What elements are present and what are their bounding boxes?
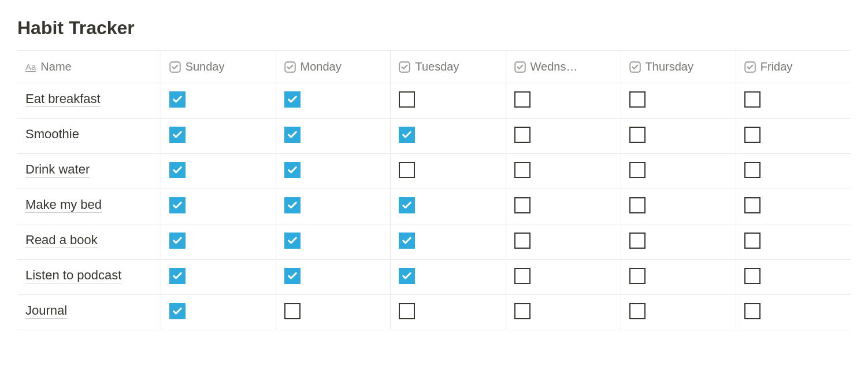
habit-name[interactable]: Drink water	[25, 162, 90, 178]
checkbox-cell	[621, 224, 736, 260]
checkbox-unchecked[interactable]	[629, 268, 646, 284]
column-header-label: Monday	[301, 60, 342, 73]
checkbox-unchecked[interactable]	[744, 127, 761, 143]
habit-name-cell[interactable]: Journal	[17, 295, 161, 330]
checkbox-cell	[506, 189, 621, 224]
checkbox-checked[interactable]	[169, 303, 186, 319]
column-header-friday[interactable]: Friday	[736, 51, 851, 83]
checkbox-cell	[276, 224, 391, 260]
checkbox-cell	[161, 224, 276, 260]
checkbox-checked[interactable]	[399, 197, 415, 213]
column-header-monday[interactable]: Monday	[276, 51, 391, 83]
checkbox-cell	[276, 260, 391, 295]
column-header-thursday[interactable]: Thursday	[621, 51, 736, 83]
column-header-sunday[interactable]: Sunday	[161, 51, 276, 83]
habit-name-cell[interactable]: Make my bed	[17, 189, 161, 224]
checkbox-checked[interactable]	[284, 91, 301, 108]
checkbox-checked[interactable]	[399, 233, 415, 249]
checkbox-unchecked[interactable]	[744, 197, 761, 213]
checkbox-cell	[621, 189, 736, 224]
checkbox-unchecked[interactable]	[629, 91, 646, 108]
checkbox-unchecked[interactable]	[284, 303, 301, 319]
habit-name[interactable]: Read a book	[25, 233, 98, 248]
checkbox-cell	[391, 224, 506, 260]
checkbox-checked[interactable]	[169, 197, 186, 213]
checkbox-cell	[391, 295, 506, 330]
checkbox-unchecked[interactable]	[514, 162, 531, 178]
checkbox-unchecked[interactable]	[744, 233, 761, 249]
checkbox-cell	[276, 189, 391, 224]
checkbox-unchecked[interactable]	[629, 303, 646, 319]
checkbox-cell	[276, 83, 391, 119]
column-header-wednesday[interactable]: Wedns…	[506, 51, 621, 83]
habit-name-cell[interactable]: Read a book	[17, 224, 161, 260]
checkbox-property-icon	[744, 61, 756, 73]
habit-name[interactable]: Eat breakfast	[25, 91, 101, 107]
checkbox-unchecked[interactable]	[399, 303, 415, 319]
checkbox-cell	[276, 154, 391, 189]
column-header-label: Thursday	[646, 60, 693, 73]
checkbox-checked[interactable]	[284, 268, 301, 284]
column-header-tuesday[interactable]: Tuesday	[391, 51, 506, 83]
title-property-icon: Aa	[25, 62, 36, 72]
table-row: Eat breakfast	[17, 83, 851, 119]
habit-name-cell[interactable]: Smoothie	[17, 119, 161, 154]
checkbox-unchecked[interactable]	[744, 91, 761, 108]
checkbox-unchecked[interactable]	[514, 197, 531, 213]
checkbox-checked[interactable]	[169, 268, 186, 284]
checkbox-cell	[506, 83, 621, 119]
checkbox-unchecked[interactable]	[629, 233, 646, 249]
checkbox-cell	[736, 119, 851, 154]
checkbox-unchecked[interactable]	[514, 233, 531, 249]
table-row: Listen to podcast	[17, 260, 851, 295]
checkbox-unchecked[interactable]	[629, 162, 646, 178]
checkbox-checked[interactable]	[169, 233, 186, 249]
checkbox-cell	[391, 119, 506, 154]
checkbox-cell	[621, 295, 736, 330]
checkbox-checked[interactable]	[169, 127, 186, 143]
checkbox-cell	[621, 260, 736, 295]
habit-name[interactable]: Make my bed	[25, 197, 102, 213]
checkbox-checked[interactable]	[399, 127, 415, 143]
habit-name-cell[interactable]: Listen to podcast	[17, 260, 161, 295]
checkbox-checked[interactable]	[284, 162, 301, 178]
table-row: Read a book	[17, 224, 851, 260]
checkbox-checked[interactable]	[169, 162, 186, 178]
checkbox-unchecked[interactable]	[399, 91, 415, 108]
checkbox-unchecked[interactable]	[514, 127, 531, 143]
checkbox-cell	[736, 224, 851, 260]
checkbox-cell	[506, 119, 621, 154]
checkbox-unchecked[interactable]	[399, 162, 415, 178]
checkbox-checked[interactable]	[284, 127, 301, 143]
checkbox-cell	[391, 83, 506, 119]
checkbox-unchecked[interactable]	[629, 127, 646, 143]
checkbox-checked[interactable]	[284, 233, 301, 249]
checkbox-cell	[276, 295, 391, 330]
checkbox-unchecked[interactable]	[629, 197, 646, 213]
checkbox-cell	[391, 260, 506, 295]
checkbox-cell	[506, 260, 621, 295]
checkbox-unchecked[interactable]	[744, 268, 761, 284]
checkbox-cell	[736, 154, 851, 189]
checkbox-cell	[506, 295, 621, 330]
checkbox-unchecked[interactable]	[744, 303, 761, 319]
column-header-name[interactable]: Aa Name	[17, 51, 161, 83]
page-title: Habit Tracker	[17, 17, 851, 39]
checkbox-unchecked[interactable]	[514, 303, 531, 319]
checkbox-unchecked[interactable]	[514, 268, 531, 284]
checkbox-property-icon	[629, 61, 641, 73]
habit-name-cell[interactable]: Eat breakfast	[17, 83, 161, 119]
habit-name[interactable]: Smoothie	[25, 127, 79, 142]
table-row: Drink water	[17, 154, 851, 189]
habit-name[interactable]: Journal	[25, 303, 67, 319]
checkbox-cell	[276, 119, 391, 154]
checkbox-cell	[161, 189, 276, 224]
habit-name-cell[interactable]: Drink water	[17, 154, 161, 189]
habit-name[interactable]: Listen to podcast	[25, 268, 121, 283]
checkbox-unchecked[interactable]	[744, 162, 761, 178]
checkbox-property-icon	[284, 61, 296, 73]
checkbox-checked[interactable]	[284, 197, 301, 213]
checkbox-checked[interactable]	[169, 91, 186, 108]
checkbox-unchecked[interactable]	[514, 91, 531, 108]
checkbox-checked[interactable]	[399, 268, 415, 284]
